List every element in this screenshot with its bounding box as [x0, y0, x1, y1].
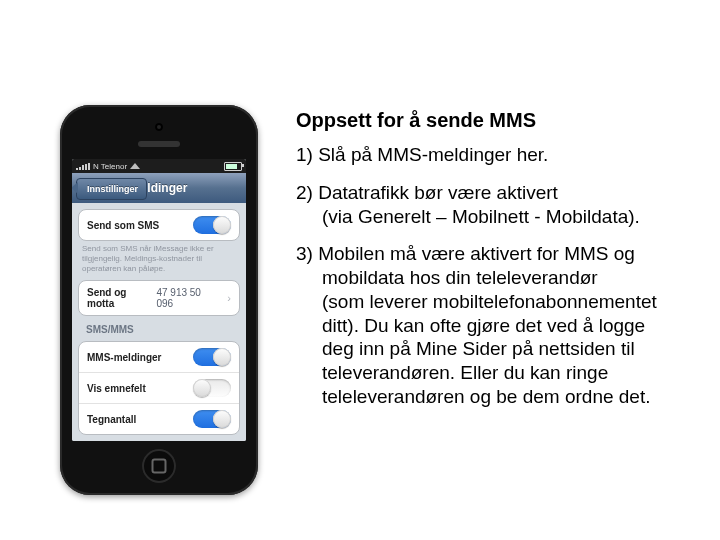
step-3-line4: ditt). Du kan ofte gjøre det ved å logge [296, 315, 645, 336]
step-3-line7: teleleverandøren og be dem ordne det. [296, 386, 651, 407]
step-3-line1: 3) Mobilen må være aktivert for MMS og [296, 243, 635, 264]
row-value: 47 913 50 096 [156, 287, 220, 309]
step-1: 1) Slå på MMS-meldinger her. [296, 143, 712, 167]
row-label: Send og motta [87, 287, 156, 309]
iphone-screen: N Telenor Innstillinger Meldinger Send s… [72, 159, 246, 441]
back-button[interactable]: Innstillinger [76, 178, 147, 200]
row-send-og-motta[interactable]: Send og motta 47 913 50 096 › [79, 281, 239, 315]
toggle-tegnantall[interactable] [193, 410, 231, 428]
group-send-sms: Send som SMS [78, 209, 240, 241]
step-3-line6: televerandøren. Eller du kan ringe [296, 362, 608, 383]
step-2-line1: 2) Datatrafikk bør være aktivert [296, 182, 558, 203]
group-note: Send som SMS når iMessage ikke er tilgje… [82, 244, 236, 274]
step-3-line2: mobildata hos din teleleverandør [296, 267, 598, 288]
group-smsmms: MMS-meldinger Vis emnefelt Tegnantall [78, 341, 240, 435]
row-send-som-sms[interactable]: Send som SMS [79, 210, 239, 240]
toggle-mms-meldinger[interactable] [193, 348, 231, 366]
toggle-vis-emnefelt[interactable] [193, 379, 231, 397]
row-label: Vis emnefelt [87, 383, 146, 394]
step-3-line3: (som leverer mobiltelefonabonnementet [296, 291, 657, 312]
instruction-title: Oppsett for å sende MMS [296, 108, 712, 133]
row-label: MMS-meldinger [87, 352, 161, 363]
row-tegnantall[interactable]: Tegnantall [79, 403, 239, 434]
carrier-label: N Telenor [93, 162, 127, 171]
instruction-text: Oppsett for å sende MMS 1) Slå på MMS-me… [296, 108, 712, 423]
status-bar: N Telenor [72, 159, 246, 173]
group-send-receive: Send og motta 47 913 50 096 › [78, 280, 240, 316]
section-label-smsmms: SMS/MMS [86, 324, 234, 335]
step-3-line5: deg inn på Mine Sider på nettsiden til [296, 338, 635, 359]
row-label: Send som SMS [87, 220, 159, 231]
signal-bars-icon [76, 163, 90, 170]
step-2: 2) Datatrafikk bør være aktivert (via Ge… [296, 181, 712, 229]
wifi-icon [130, 163, 140, 169]
row-vis-emnefelt[interactable]: Vis emnefelt [79, 372, 239, 403]
battery-icon [224, 162, 242, 171]
toggle-send-som-sms[interactable] [193, 216, 231, 234]
home-button[interactable] [142, 449, 176, 483]
settings-scroll[interactable]: Send som SMS Send som SMS når iMessage i… [72, 203, 246, 441]
step-3: 3) Mobilen må være aktivert for MMS og m… [296, 242, 712, 408]
iphone-device: N Telenor Innstillinger Meldinger Send s… [60, 105, 258, 495]
step-2-line2: (via Generelt – Mobilnett - Mobildata). [296, 206, 640, 227]
chevron-right-icon: › [227, 292, 231, 304]
camera-dot [155, 123, 163, 131]
earpiece [138, 141, 180, 147]
row-label: Tegnantall [87, 414, 136, 425]
back-label: Innstillinger [87, 184, 138, 194]
nav-bar: Innstillinger Meldinger [72, 173, 246, 204]
row-mms-meldinger[interactable]: MMS-meldinger [79, 342, 239, 372]
